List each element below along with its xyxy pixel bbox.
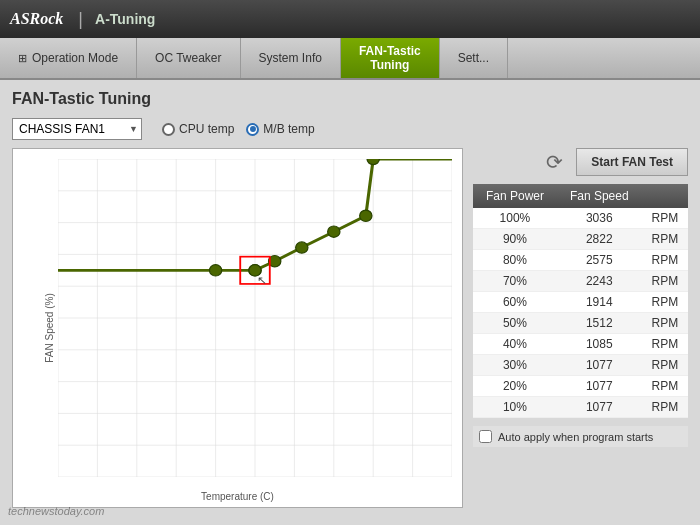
table-row: 10%1077RPM (473, 397, 688, 418)
table-row: 20%1077RPM (473, 376, 688, 397)
fan-unit-cell: RPM (642, 334, 688, 355)
tab-system-info[interactable]: System Info (241, 38, 341, 78)
fan-speed-cell: 1512 (557, 313, 642, 334)
table-row: 90%2822RPM (473, 229, 688, 250)
fan-power-cell: 40% (473, 334, 557, 355)
right-panel: ⟳ Start FAN Test Fan Power Fan Speed 100… (473, 148, 688, 508)
fan-power-cell: 50% (473, 313, 557, 334)
table-row: 60%1914RPM (473, 292, 688, 313)
mb-temp-text: M/B temp (263, 122, 314, 136)
table-row: 80%2575RPM (473, 250, 688, 271)
start-fan-button[interactable]: Start FAN Test (576, 148, 688, 176)
table-row: 30%1077RPM (473, 355, 688, 376)
controls-row: CHASSIS FAN1 CHASSIS FAN2 CPU FAN1 CPU t… (12, 118, 688, 140)
chart-y-label: FAN Speed (%) (44, 293, 55, 362)
tab-oc-tweaker[interactable]: OC Tweaker (137, 38, 240, 78)
table-row: 40%1085RPM (473, 334, 688, 355)
spin-icon: ⟳ (540, 148, 568, 176)
fan-unit-cell: RPM (642, 229, 688, 250)
fan-unit-cell: RPM (642, 397, 688, 418)
cpu-temp-label[interactable]: CPU temp (162, 122, 234, 136)
operation-mode-icon: ⊞ (18, 52, 27, 65)
tab-fan-tastic[interactable]: FAN-TasticTuning (341, 38, 440, 78)
chart-x-label: Temperature (C) (201, 491, 274, 502)
fan-power-cell: 70% (473, 271, 557, 292)
tab-operation-mode[interactable]: ⊞ Operation Mode (0, 38, 137, 78)
start-fan-row: ⟳ Start FAN Test (473, 148, 688, 176)
main-content: FAN-Tastic Tuning CHASSIS FAN1 CHASSIS F… (0, 80, 700, 525)
svg-point-48 (328, 226, 340, 237)
fan-unit-cell: RPM (642, 292, 688, 313)
col-fan-power: Fan Power (473, 184, 557, 208)
fan-selector[interactable]: CHASSIS FAN1 CHASSIS FAN2 CPU FAN1 (12, 118, 142, 140)
auto-apply-row: Auto apply when program starts (473, 426, 688, 447)
auto-apply-label: Auto apply when program starts (498, 431, 653, 443)
fan-speed-cell: 2575 (557, 250, 642, 271)
fan-speed-table: Fan Power Fan Speed 100%3036RPM90%2822RP… (473, 184, 688, 418)
tab-fan-tastic-label: FAN-TasticTuning (359, 44, 421, 72)
tab-settings-label: Sett... (458, 51, 489, 65)
fan-unit-cell: RPM (642, 355, 688, 376)
table-row: 50%1512RPM (473, 313, 688, 334)
fan-power-cell: 10% (473, 397, 557, 418)
temp-source-group: CPU temp M/B temp (162, 122, 315, 136)
tab-system-info-label: System Info (259, 51, 322, 65)
fan-speed-cell: 3036 (557, 208, 642, 229)
page-title: FAN-Tastic Tuning (12, 90, 688, 108)
fan-speed-cell: 2243 (557, 271, 642, 292)
fan-power-cell: 90% (473, 229, 557, 250)
fan-unit-cell: RPM (642, 208, 688, 229)
svg-point-50 (367, 159, 379, 165)
svg-text:↖: ↖ (257, 273, 267, 286)
fan-power-cell: 80% (473, 250, 557, 271)
svg-point-44 (209, 265, 221, 276)
fan-power-cell: 20% (473, 376, 557, 397)
col-unit (642, 184, 688, 208)
watermark: technewstoday.com (8, 505, 104, 517)
tab-operation-mode-label: Operation Mode (32, 51, 118, 65)
main-area: FAN Speed (%) Temperature (C) (12, 148, 688, 508)
mb-temp-label[interactable]: M/B temp (246, 122, 314, 136)
tab-oc-tweaker-label: OC Tweaker (155, 51, 221, 65)
fan-unit-cell: RPM (642, 313, 688, 334)
table-row: 100%3036RPM (473, 208, 688, 229)
mb-temp-radio[interactable] (246, 123, 259, 136)
app-title: A-Tuning (95, 11, 155, 27)
chart-container: FAN Speed (%) Temperature (C) (12, 148, 463, 508)
app-logo: ASRock (10, 10, 63, 28)
cpu-temp-text: CPU temp (179, 122, 234, 136)
fan-speed-cell: 1077 (557, 376, 642, 397)
fan-selector-wrapper: CHASSIS FAN1 CHASSIS FAN2 CPU FAN1 (12, 118, 142, 140)
fan-speed-cell: 1914 (557, 292, 642, 313)
table-row: 70%2243RPM (473, 271, 688, 292)
col-fan-speed: Fan Speed (557, 184, 642, 208)
fan-unit-cell: RPM (642, 250, 688, 271)
app-header: ASRock | A-Tuning (0, 0, 700, 38)
fan-speed-cell: 1077 (557, 355, 642, 376)
tab-settings[interactable]: Sett... (440, 38, 508, 78)
fan-chart[interactable]: 100 90 80 70 60 50 40 30 20 10 0 0 10 20… (58, 159, 452, 477)
tab-bar: ⊞ Operation Mode OC Tweaker System Info … (0, 38, 700, 80)
logo-divider: | (78, 9, 83, 30)
fan-speed-cell: 1077 (557, 397, 642, 418)
fan-power-cell: 60% (473, 292, 557, 313)
fan-speed-cell: 2822 (557, 229, 642, 250)
svg-point-47 (296, 242, 308, 253)
cpu-temp-radio[interactable] (162, 123, 175, 136)
fan-unit-cell: RPM (642, 376, 688, 397)
fan-speed-cell: 1085 (557, 334, 642, 355)
fan-unit-cell: RPM (642, 271, 688, 292)
svg-point-49 (360, 210, 372, 221)
fan-power-cell: 30% (473, 355, 557, 376)
fan-power-cell: 100% (473, 208, 557, 229)
auto-apply-checkbox[interactable] (479, 430, 492, 443)
